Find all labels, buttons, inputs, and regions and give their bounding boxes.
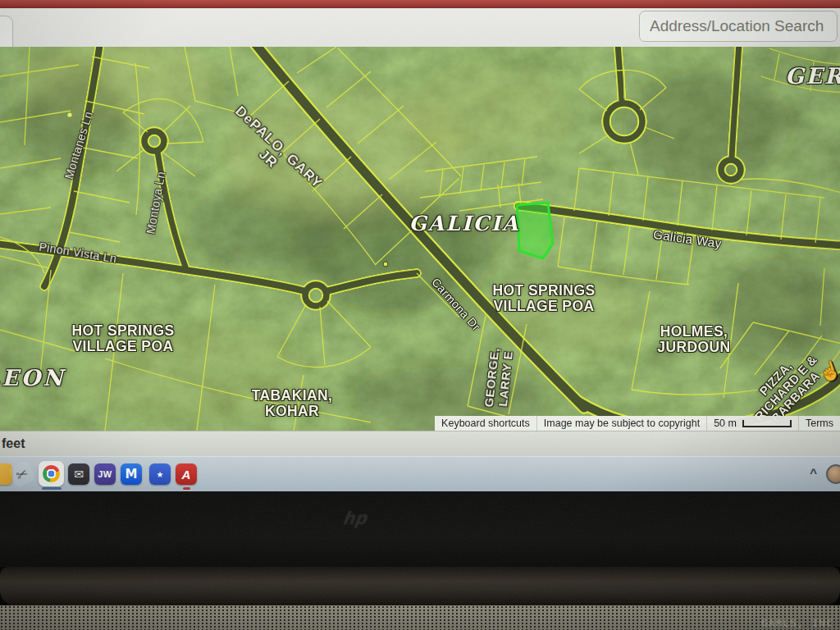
owner-label-line: HOLMES, [657,324,730,340]
copyright-notice: Image may be subject to copyright [536,416,706,431]
map-scale-label: 50 m [714,418,737,429]
parcel-dot [383,262,388,267]
site-header-bar [0,8,840,47]
map-attribution-bar: Keyboard shortcuts Image may be subject … [435,416,840,431]
owner-label-line: HOT SPRINGS [493,283,596,299]
owner-label-hsv-poa-left: HOT SPRINGS VILLAGE POA [72,323,175,355]
owner-label-line: HOT SPRINGS [72,323,175,339]
tray-expand-chevron[interactable]: ^ [810,466,817,480]
subdivision-label-gero: GERO [785,63,840,89]
subdivision-label-galicia: GALICIA [409,212,519,235]
owner-label-tabakian: TABAKIAN, KOHAR [252,388,333,420]
chrome-icon[interactable] [39,461,64,486]
owner-label-line: JURDOUN [657,340,730,355]
map-scale-bar [742,420,792,427]
terms-link[interactable]: Terms [798,416,840,431]
photo-watermark: GAMLS, INC [761,617,833,629]
owner-label-holmes: HOLMES, JURDOUN [657,324,730,356]
acrobat-icon[interactable]: A [176,463,197,485]
chrome-logo [43,465,60,482]
keyboard-shortcuts-link[interactable]: Keyboard shortcuts [435,416,536,431]
owner-label-line: TABAKIAN, [252,388,333,404]
parcel-dot [67,112,71,116]
scale-unit-label: feet [2,436,25,451]
jw-library-icon[interactable]: JW [94,463,116,485]
malwarebytes-icon[interactable]: M [121,463,142,485]
acrobat-active-indicator [183,487,190,490]
browser-window-edge [0,0,840,8]
owner-label-line: KOHAR [252,404,333,419]
site-scale-bar: feet [0,431,840,456]
windows-taskbar: ✂ ✉ JW M ★ A ^ [0,456,840,491]
laptop-hinge [0,567,840,605]
tray-avatar[interactable] [826,464,840,484]
owner-label-hsv-poa-right: HOT SPRINGS VILLAGE POA [493,283,596,315]
address-location-search-input[interactable] [639,11,838,42]
chrome-active-indicator [42,487,62,490]
selected-parcel-highlight[interactable] [517,203,553,258]
map-canvas[interactable]: Montanes Ln Montoya Ln Pinon Vista Ln Ca… [0,47,840,431]
owner-label-line: VILLAGE POA [72,339,175,354]
laptop-speaker-deck: GAMLS, INC [0,605,840,630]
snipping-tool-icon[interactable]: ✂ [8,460,37,489]
hp-logo: hp [342,508,370,529]
owner-label-line: VILLAGE POA [493,299,596,314]
mail-app-icon[interactable]: ✉ [68,463,89,485]
map-scale: 50 m [706,416,798,431]
subdivision-label-leon: LEON [0,365,66,390]
blue-utility-app-icon[interactable]: ★ [149,463,171,485]
laptop-bezel: hp [0,491,840,567]
